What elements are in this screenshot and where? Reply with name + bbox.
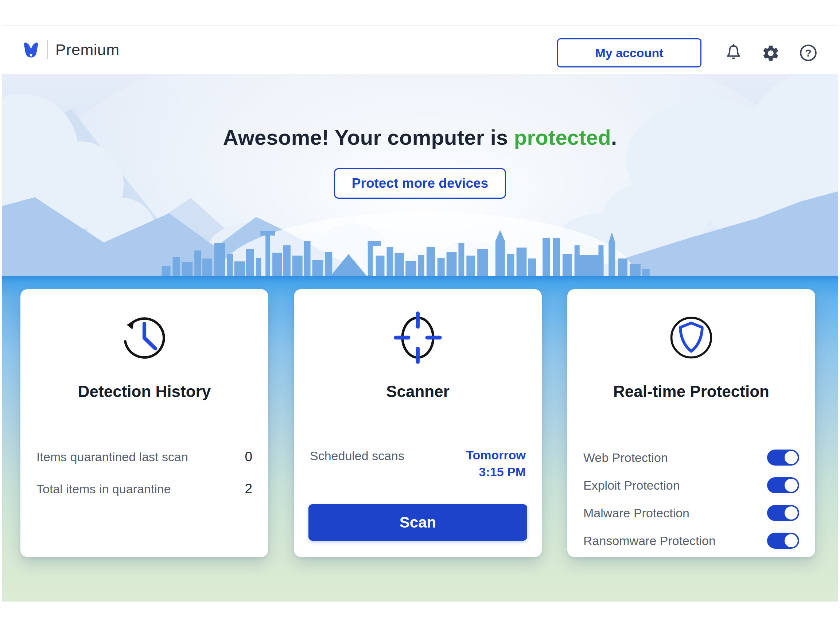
toggle-label: Web Protection: [583, 451, 668, 465]
scheduled-time: 3:15 PM: [479, 465, 526, 479]
brand: Premium: [21, 40, 120, 59]
toggle-row-exploit-protection: Exploit Protection: [583, 475, 799, 496]
notifications-bell-icon[interactable]: [724, 42, 743, 63]
toggle-label: Malware Protection: [583, 506, 689, 520]
top-bar: Premium My account ?: [2, 25, 838, 74]
scheduled-scans-label: Scheduled scans: [310, 447, 404, 480]
shield-icon: [663, 309, 719, 366]
web-protection-toggle[interactable]: [767, 450, 799, 466]
hero-banner: Awesome! Your computer is protected. Pro…: [2, 74, 838, 276]
scheduled-scans-row: Scheduled scans Tomorrow 3:15 PM: [310, 447, 526, 480]
card-title: Scanner: [294, 382, 542, 401]
exploit-protection-toggle[interactable]: [767, 477, 799, 493]
stat-value: 0: [245, 449, 252, 464]
my-account-button[interactable]: My account: [557, 38, 701, 68]
ransomware-protection-toggle[interactable]: [767, 533, 799, 549]
status-headline: Awesome! Your computer is protected.: [2, 125, 838, 150]
toggle-label: Exploit Protection: [583, 478, 680, 493]
toggle-knob: [785, 451, 798, 464]
toggle-row-ransomware-protection: Ransomware Protection: [583, 531, 799, 551]
card-title: Detection History: [21, 382, 268, 401]
toggle-knob: [785, 479, 798, 492]
headline-prefix: Awesome! Your computer is: [223, 125, 514, 149]
malware-protection-toggle[interactable]: [767, 505, 799, 521]
stat-label: Total items in quarantine: [36, 482, 171, 496]
toggle-label: Ransomware Protection: [583, 534, 716, 548]
stat-row-quarantined-last-scan: Items quarantined last scan 0: [36, 446, 252, 468]
product-edition-label: Premium: [55, 41, 120, 59]
history-clock-icon: [116, 309, 172, 366]
realtime-protection-card[interactable]: Real-time Protection Web Protection Expl…: [567, 289, 815, 557]
card-title: Real-time Protection: [567, 382, 815, 401]
stat-value: 2: [245, 481, 252, 497]
scheduled-day: Tomorrow: [466, 448, 526, 462]
malwarebytes-logo-icon: [21, 41, 41, 59]
detection-stats: Items quarantined last scan 0 Total item…: [36, 446, 252, 510]
toggle-knob: [785, 507, 798, 519]
toggle-knob: [785, 534, 798, 547]
brand-divider: [47, 40, 48, 59]
settings-gear-icon[interactable]: [761, 43, 780, 63]
headline-suffix: .: [611, 125, 617, 149]
toggle-row-malware-protection: Malware Protection: [583, 503, 799, 523]
scheduled-scan-time: Tomorrow 3:15 PM: [466, 447, 526, 480]
help-icon[interactable]: ?: [799, 44, 817, 62]
detection-history-card[interactable]: Detection History Items quarantined last…: [21, 289, 268, 557]
scan-button[interactable]: Scan: [308, 504, 527, 541]
headline-protected: protected: [514, 125, 611, 149]
stat-label: Items quarantined last scan: [36, 450, 188, 464]
stat-row-total-in-quarantine: Total items in quarantine 2: [36, 478, 252, 500]
svg-text:?: ?: [805, 47, 811, 59]
protection-toggles: Web Protection Exploit Protection Malwar…: [583, 447, 799, 558]
toggle-row-web-protection: Web Protection: [583, 447, 799, 468]
protect-more-devices-button[interactable]: Protect more devices: [334, 168, 506, 199]
scanner-crosshair-icon: [390, 309, 446, 366]
scanner-card[interactable]: Scanner Scheduled scans Tomorrow 3:15 PM…: [294, 289, 542, 557]
